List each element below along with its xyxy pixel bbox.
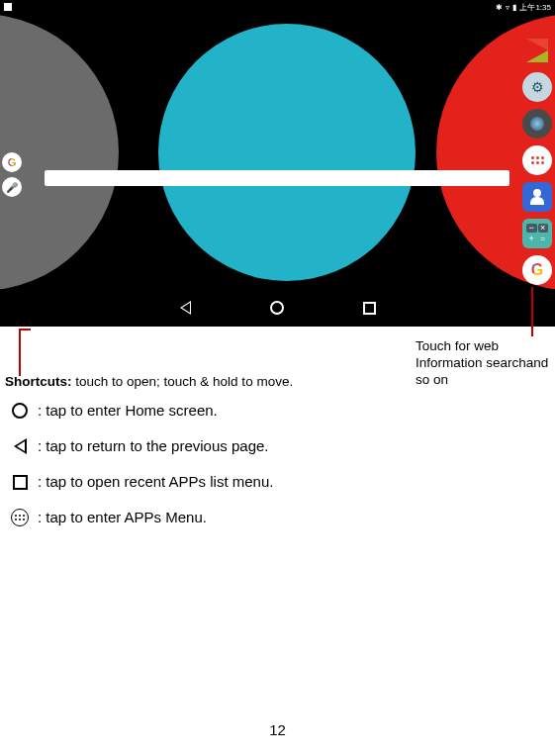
nav-recent-button[interactable]: [363, 302, 376, 315]
callout-touch-for-web: Touch for web Information searchand so o…: [416, 338, 555, 389]
shortcuts-desc: touch to open; touch & hold to move.: [72, 374, 294, 389]
voice-search-icon[interactable]: 🎤: [2, 177, 22, 197]
camera-icon[interactable]: [522, 109, 552, 139]
explain-apps: : tap to enter APPs Menu.: [10, 508, 273, 527]
device-screenshot: ✱ ▿ ▮ 上午1:35 G 🎤 ⚙ −×+= G: [0, 0, 555, 327]
nav-home-button[interactable]: [270, 301, 284, 315]
status-bar: ✱ ▿ ▮ 上午1:35: [0, 0, 555, 14]
wallpaper-circle-teal: [158, 24, 416, 281]
nav-back-button[interactable]: [180, 301, 191, 315]
calculator-icon[interactable]: −×+=: [522, 219, 552, 248]
play-store-icon[interactable]: [522, 36, 552, 65]
wallpaper-circle-grey: [0, 14, 119, 289]
contacts-icon[interactable]: [522, 182, 552, 212]
explain-recent: : tap to open recent APPs list menu.: [10, 472, 273, 492]
nav-explanations: : tap to enter Home screen. : tap to ret…: [10, 401, 273, 543]
notification-icon: [4, 3, 12, 11]
wifi-icon: ▿: [506, 3, 509, 12]
shortcuts-label: Shortcuts:: [5, 374, 72, 389]
home-circle-icon: [10, 401, 30, 421]
google-app-icon[interactable]: G: [522, 255, 552, 285]
settings-icon[interactable]: ⚙: [522, 72, 552, 102]
recent-square-icon: [10, 472, 30, 492]
bluetooth-icon: ✱: [496, 3, 503, 12]
callout-shortcuts: Shortcuts: touch to open; touch & hold t…: [5, 374, 293, 389]
page-number: 12: [0, 721, 555, 738]
apps-circle-icon: [10, 508, 30, 527]
callout-line-search: [531, 287, 533, 336]
callout-line-shortcuts: [19, 329, 21, 376]
apps-menu-icon[interactable]: [522, 145, 552, 175]
explain-back-text: : tap to return to the previous page.: [38, 436, 268, 456]
explain-home-text: : tap to enter Home screen.: [38, 401, 218, 421]
explain-recent-text: : tap to open recent APPs list menu.: [38, 472, 273, 492]
explain-back: : tap to return to the previous page.: [10, 436, 273, 456]
back-triangle-icon: [10, 436, 30, 456]
navigation-bar: [0, 289, 555, 327]
explain-home: : tap to enter Home screen.: [10, 401, 273, 421]
google-search-icon[interactable]: G: [2, 152, 22, 172]
home-wallpaper: G 🎤 ⚙ −×+= G: [0, 14, 555, 289]
explain-apps-text: : tap to enter APPs Menu.: [38, 508, 207, 527]
battery-icon: ▮: [512, 3, 516, 12]
search-bar[interactable]: [45, 170, 509, 186]
clock-text: 上午1:35: [519, 2, 551, 13]
vertical-dock: ⚙ −×+= G: [522, 36, 552, 285]
